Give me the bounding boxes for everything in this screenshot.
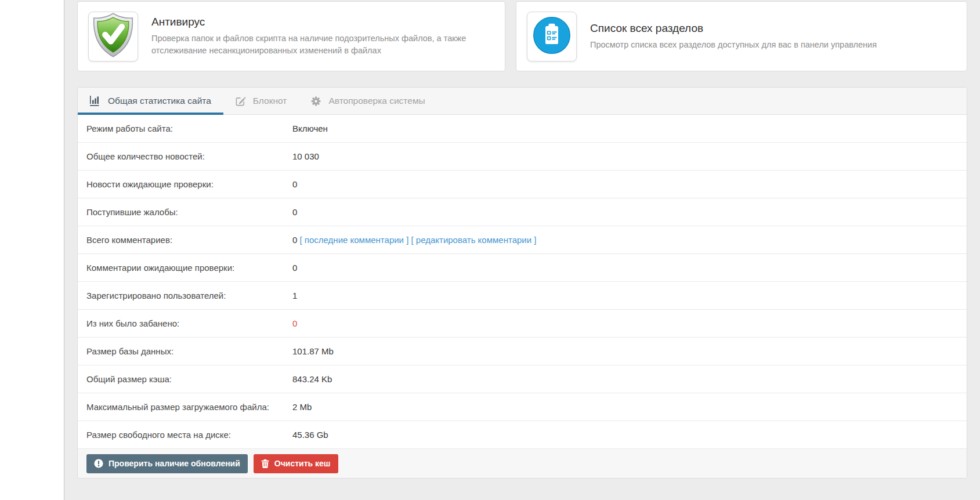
stat-value: 101.87 Mb [292,346,334,356]
stat-row: Максимальный размер загружаемого файла: … [78,393,967,421]
stat-row: Зарегистрировано пользователей: 1 [78,282,967,310]
exclamation-circle-icon [94,459,103,468]
sections-icon-box [527,12,577,61]
check-updates-label: Проверить наличие обновлений [109,459,240,468]
stat-row: Комментарии ожидающие проверки: 0 [78,254,967,282]
stat-label: Комментарии ожидающие проверки: [86,263,292,273]
tab-label: Автопроверка системы [328,96,425,106]
stat-label: Общий размер кэша: [86,374,292,384]
stat-value: 0 [292,318,297,328]
trash-icon [261,459,269,468]
stat-label: Из них было забанено: [86,318,292,328]
stat-row: Поступившие жалобы: 0 [78,198,967,226]
main-content: Антивирус Проверка папок и файлов скрипт… [64,0,980,500]
stat-label: Размер базы данных: [86,346,292,356]
card-sections-list[interactable]: Список всех разделов Просмотр списка все… [516,1,967,71]
clear-cache-label: Очистить кеш [274,459,331,468]
stat-row: Всего комментариев: 0 [ последние коммен… [78,226,967,254]
stat-value: 1 [292,291,297,300]
stat-value: 10 030 [292,151,319,161]
clear-cache-button[interactable]: Очистить кеш [254,454,338,473]
antivirus-shield-icon [92,13,135,60]
tab-bar: Общая статистика сайта Блокнот [78,88,967,115]
stat-link-group: [ последние комментарии ] [297,235,408,245]
stat-link[interactable]: редактировать комментарии [416,235,531,245]
card-description: Просмотр списка всех разделов доступных … [590,39,877,51]
tab-label: Общая статистика сайта [108,96,211,106]
stat-value: 843.24 Kb [292,374,332,384]
tab-notepad[interactable]: Блокнот [223,88,299,114]
stat-label: Всего комментариев: [86,235,292,245]
stat-value: 0 [ последние комментарии ] [ редактиров… [292,235,536,245]
sections-list-icon [533,16,571,57]
stat-label: Размер свободного места на диске: [86,430,292,440]
bar-chart-icon [90,96,100,106]
stat-label: Общее количество новостей: [86,151,292,161]
card-sections-text: Список всех разделов Просмотр списка все… [590,22,877,51]
sidebar [0,0,64,500]
stat-value: 0 [292,179,297,189]
stat-row: Из них было забанено: 0 [78,310,967,338]
shortcut-cards-row: Антивирус Проверка папок и файлов скрипт… [77,1,967,71]
card-antivirus[interactable]: Антивирус Проверка папок и файлов скрипт… [77,1,505,71]
notepad-edit-icon [236,96,245,106]
panel-footer: Проверить наличие обновлений Очистить ке… [78,449,967,478]
stat-row: Режим работы сайта: Включен [78,115,967,143]
stat-label: Максимальный размер загружаемого файла: [86,402,292,412]
stat-link-group: [ редактировать комментарии ] [408,235,536,245]
tab-site-statistics[interactable]: Общая статистика сайта [78,88,223,114]
stat-row: Размер базы данных: 101.87 Mb [78,338,967,365]
stat-row: Общее количество новостей: 10 030 [78,143,967,171]
stat-row: Общий размер кэша: 843.24 Kb [78,365,967,393]
tab-label: Блокнот [253,96,287,106]
stat-value: 0 [292,263,297,273]
card-description: Проверка папок и файлов скрипта на налич… [151,32,469,57]
gear-icon [311,96,321,106]
stat-label: Поступившие жалобы: [86,207,292,217]
site-stats-panel: Общая статистика сайта Блокнот [77,87,967,479]
card-antivirus-text: Антивирус Проверка папок и файлов скрипт… [151,16,469,57]
stat-row: Новости ожидающие проверки: 0 [78,171,967,198]
card-title: Антивирус [151,16,469,28]
stat-label: Режим работы сайта: [86,124,292,133]
stat-value: 0 [292,207,297,217]
stat-link[interactable]: последние комментарии [305,235,404,245]
stat-row: Размер свободного места на диске: 45.36 … [78,421,967,449]
card-title: Список всех разделов [590,22,877,35]
stats-table: Режим работы сайта: Включен Общее количе… [78,115,967,449]
stat-value: 45.36 Gb [292,430,328,440]
stat-value: 2 Mb [292,402,312,412]
stat-value: Включен [292,124,328,133]
stat-label: Новости ожидающие проверки: [86,179,292,189]
check-updates-button[interactable]: Проверить наличие обновлений [86,454,248,473]
stat-label: Зарегистрировано пользователей: [86,291,292,300]
antivirus-icon-box [88,12,138,61]
tab-system-autocheck[interactable]: Автопроверка системы [299,88,437,114]
